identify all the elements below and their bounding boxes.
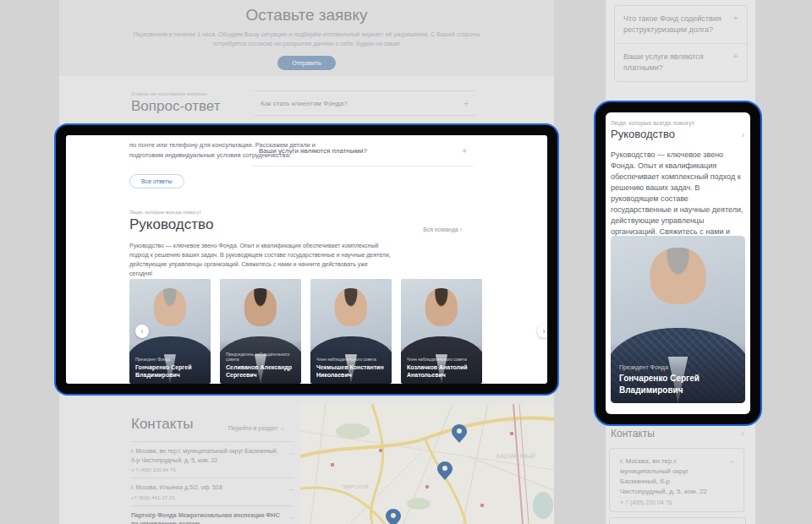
plus-icon[interactable]: + [733, 51, 738, 61]
arrow-right-icon: → [287, 513, 294, 521]
team-body: Руководство — ключевое звено Фонда. Опыт… [611, 150, 745, 248]
map-district-label: ТВЕРСКОЙ [341, 483, 368, 489]
contact-address: г. Москва, Ильинка д.5/2, оф. 518 [131, 483, 282, 493]
contact-card[interactable]: г. Москва, вн.тер.г. муниципальный округ… [609, 448, 744, 512]
plus-icon[interactable]: + [464, 99, 469, 108]
faq-question: Что такое Фонд содействия реструктуризац… [623, 14, 721, 35]
tablet-frame: по почте или телефону для консультации. … [54, 123, 559, 396]
phone-screen: Люди, которые всегда помогут Руководство… [606, 112, 750, 414]
team-eyebrow: Люди, которые всегда помогут [611, 120, 694, 126]
member-name: Гончаренко Сергей Владимирович [619, 373, 721, 396]
contacts-section-link[interactable]: Перейти в раздел → [228, 425, 285, 431]
team-carousel: Президент ФондаГончаренко Сергей Владими… [129, 279, 482, 384]
contact-card[interactable]: г. Москва, вн.тер.г. муниципальный округ… [131, 441, 294, 478]
faq-item-2[interactable]: Ваши услуги являются платными? + [615, 43, 747, 81]
member-name: Чекмышев Константин Николаевич [316, 363, 386, 379]
team-card[interactable]: Президент Фонда Гончаренко Сергей Владим… [611, 236, 745, 403]
faq-question: Ваши услуги являются платными? [623, 52, 721, 74]
member-role: Член наблюдательного совета [316, 357, 386, 362]
tablet-screen: по почте или телефону для консультации. … [66, 135, 547, 384]
cta-title: Оставьте заявку [59, 0, 554, 25]
team-title: Руководство [611, 128, 675, 140]
cta-section: Оставьте заявку Перезвоним в течение 1 ч… [59, 0, 554, 76]
carousel-next-button[interactable]: › [537, 325, 547, 338]
all-team-label: Вся команда [423, 227, 458, 232]
team-card[interactable]: Член наблюдательного советаЧекмышев Конс… [310, 279, 392, 384]
contact-phone: + 7 (495) 220 04 76 [131, 467, 282, 472]
contacts-list: г. Москва, вн.тер.г. муниципальный округ… [131, 441, 294, 524]
contact-card[interactable]: г. Москва, Ильинка д.5/2, оф. 518 +7 (91… [131, 478, 294, 505]
arrow-right-icon: → [279, 425, 285, 431]
member-role: Председатель наблюдательного совета [226, 352, 295, 362]
plus-icon[interactable]: + [733, 13, 738, 23]
team-card[interactable]: Член наблюдательного советаКозлачков Ана… [401, 279, 482, 384]
contact-card-partial [609, 517, 746, 524]
contacts-title: Контакты [611, 428, 655, 439]
team-title: Руководство [129, 216, 213, 233]
all-team-link[interactable]: Вся команда › [423, 227, 462, 232]
chevron-left-icon: ‹ [141, 327, 144, 336]
map[interactable]: БАСМАННЫЙ ТВЕРСКОЙ [300, 404, 554, 524]
submit-button[interactable]: Отправить [277, 56, 336, 70]
contacts-link-label: Перейти в раздел [228, 425, 277, 431]
faq-eyebrow: Ответы на популярные вопросы [131, 91, 207, 96]
all-answers-button[interactable]: Все ответы [129, 174, 184, 188]
map-park [336, 423, 370, 439]
chevron-right-icon: › [543, 327, 546, 336]
contact-address: г. Москва, вн.тер.г. муниципальный округ… [620, 456, 715, 497]
mockup-canvas: Оставьте заявку Перезвоним в течение 1 ч… [0, 0, 812, 524]
mobile-faq-card: Что такое Фонд содействия реструктуризац… [614, 5, 748, 82]
contact-partner-name: Партнёр Фонда Межрегиональная инспекция … [131, 511, 282, 524]
phone-frame: Люди, которые всегда помогут Руководство… [594, 101, 762, 426]
chevron-right-icon: › [460, 227, 462, 232]
contact-phone: + 7 (495) 220 04 76 [620, 499, 733, 505]
member-role: Член наблюдательного совета [407, 357, 476, 362]
faq-question: Как стать клиентом Фонда? [261, 100, 348, 107]
contact-card[interactable]: Партнёр Фонда Межрегиональная инспекция … [131, 505, 294, 524]
chevron-right-icon[interactable]: › [741, 429, 743, 438]
contact-address: г. Москва, вн.тер.г. муниципальный округ… [131, 447, 282, 465]
faq-item-1[interactable]: Что такое Фонд содействия реструктуризац… [615, 6, 747, 43]
map-district-label: БАСМАННЫЙ [497, 452, 535, 459]
faq-item-2[interactable]: Ваши услуги являются платными? + [252, 135, 474, 166]
member-name: Гончаренко Сергей Владимирович [135, 363, 205, 379]
faq-item-1[interactable]: Как стать клиентом Фонда? + [254, 90, 475, 116]
member-role: Президент Фонда [135, 357, 205, 362]
plus-icon[interactable]: + [462, 146, 467, 156]
team-body: Руководство — ключевое звено Фонда. Опыт… [129, 242, 392, 278]
member-name: Селиванов Александр Сергеевич [226, 363, 295, 379]
member-name: Козлачков Анатолий Анатольевич [407, 363, 476, 379]
chevron-right-icon[interactable]: › [742, 131, 744, 139]
contacts-title: Контакты [131, 416, 193, 433]
team-eyebrow: Люди, которые всегда помогут [129, 210, 201, 215]
map-river [533, 492, 553, 519]
faq-title: Вопрос-ответ [131, 98, 220, 115]
team-card[interactable]: Председатель наблюдательного советаСелив… [220, 279, 301, 384]
carousel-prev-button[interactable]: ‹ [135, 325, 149, 338]
contact-phone: +7 (915) 441-17-29 [131, 495, 282, 500]
faq-question: Ваши услуги являются платными? [259, 147, 367, 155]
arrow-right-icon: → [287, 485, 294, 493]
arrow-right-icon: → [287, 449, 294, 456]
member-role: Президент Фонда [619, 364, 737, 370]
arrow-right-icon: → [727, 456, 735, 465]
cta-body: Перезвоним в течение 1 часа. Обсудим Ваш… [129, 30, 485, 48]
